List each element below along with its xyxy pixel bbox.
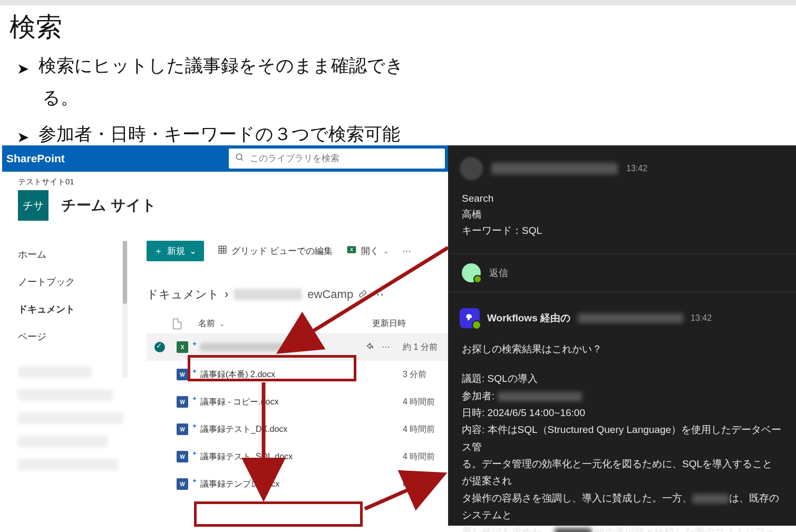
bullet-icon: ➤: [17, 62, 29, 76]
new-indicator-icon: ✦: [192, 478, 197, 484]
column-modified[interactable]: 更新日時: [372, 319, 406, 328]
breadcrumb-root[interactable]: ドキュメント: [147, 287, 219, 302]
file-name: 議事録テスト_DX.docx: [200, 424, 287, 435]
share-icon[interactable]: [366, 342, 374, 352]
svg-rect-2: [219, 246, 226, 253]
file-row[interactable]: X ✦ .xlsx ⋯ 約 1 分前: [147, 333, 448, 361]
new-indicator-icon: ✦: [192, 423, 197, 429]
workflows-name-blurred: [578, 313, 683, 323]
teams-message-header: 13:42: [448, 145, 796, 180]
file-name: 議事録(本番) 2.docx: [200, 369, 275, 380]
msg-line: 高橋: [462, 206, 796, 222]
plus-icon: ＋: [154, 245, 163, 257]
svg-point-0: [236, 154, 242, 160]
nav-pages[interactable]: ページ: [18, 323, 128, 350]
svg-line-1: [241, 159, 243, 161]
toolbar: ＋ 新規 ⌄ グリッド ビューでの編集 X 開く: [147, 241, 448, 261]
file-row[interactable]: W ✦議事録テンプレ.docx 昨日 7:: [147, 470, 448, 498]
word-file-icon: W: [177, 451, 188, 462]
slide-bullets: ➤ 検索にヒットした議事録をそのまま確認でき る。 ➤ 参加者・日時・キーワード…: [17, 50, 404, 151]
new-indicator-icon: ✦: [192, 396, 197, 402]
file-type-column-icon[interactable]: [173, 319, 181, 329]
open-label: 開く: [361, 245, 379, 257]
file-modified: 4 時間前: [403, 424, 435, 435]
topic-label: 議題:: [462, 373, 484, 384]
site-title: チーム サイト: [61, 195, 157, 215]
topic-value: SQLの導入: [488, 373, 538, 384]
avatar: [462, 263, 481, 282]
new-indicator-icon: ✦: [192, 368, 197, 375]
reply-button[interactable]: 返信: [448, 254, 796, 292]
content-label: 内容:: [462, 424, 484, 435]
breadcrumb-blurred: [234, 289, 302, 300]
breadcrumb-end[interactable]: ewCamp: [307, 288, 353, 301]
sharepoint-panel: SharePoint テストサイト01 チサ チーム サイト ホーム ノートブッ…: [2, 145, 448, 526]
teams-message-body: Search 高橋 キーワード：SQL: [448, 180, 796, 239]
sharepoint-topbar: SharePoint: [2, 145, 448, 172]
file-row[interactable]: W ✦議事録(本番) 2.docx 3 分前: [147, 361, 448, 388]
word-file-icon: W: [177, 423, 188, 435]
nav-documents[interactable]: ドキュメント: [18, 295, 128, 323]
message-time: 13:42: [626, 164, 647, 173]
participants-label: 参加者:: [462, 390, 494, 401]
workflows-message-header: Workflows 経由の 13:42: [448, 292, 796, 328]
sidebar-nav: ホーム ノートブック ドキュメント ページ: [2, 241, 128, 498]
msg-line: キーワード：SQL: [462, 223, 796, 239]
workflows-sender: Workflows 経由の: [487, 311, 570, 325]
sharepoint-main: ＋ 新規 ⌄ グリッド ビューでの編集 X 開く: [128, 241, 448, 498]
new-indicator-icon: ✦: [192, 341, 197, 347]
message-time: 13:42: [691, 313, 712, 323]
nav-notebook[interactable]: ノートブック: [18, 268, 128, 295]
file-row[interactable]: W ✦議事録テスト_DX.docx 4 時間前: [147, 416, 448, 443]
participants-blurred: [498, 392, 582, 401]
file-row[interactable]: W ✦議事録テスト_SQL.docx 4 時間前: [147, 443, 448, 470]
content-blurred: [555, 528, 591, 532]
search-icon: [235, 153, 245, 164]
grid-icon: [218, 245, 227, 257]
row-selected-icon[interactable]: [154, 342, 165, 352]
column-name[interactable]: 名前: [198, 318, 215, 329]
bullet-1-line-2: る。: [42, 82, 79, 114]
file-ext: .xlsx: [293, 342, 310, 352]
file-row[interactable]: W ✦議事録 - コピー.docx 4 時間前: [147, 388, 448, 416]
word-file-icon: W: [177, 396, 188, 408]
more-breadcrumb[interactable]: ⋯: [372, 288, 384, 301]
chevron-down-icon[interactable]: ⌄: [219, 320, 225, 328]
search-input[interactable]: [250, 153, 439, 164]
search-box[interactable]: [229, 149, 445, 169]
link-icon[interactable]: [358, 288, 367, 301]
file-name: 議事録 - コピー.docx: [200, 397, 278, 408]
sender-name-blurred: [491, 163, 618, 174]
slide-title: 検索: [9, 9, 62, 45]
excel-file-icon: X: [177, 341, 188, 353]
word-file-icon: W: [177, 478, 188, 490]
content-line: 本件はSQL（Structured Query Language）を使用したデー…: [462, 424, 781, 452]
new-indicator-icon: ✦: [192, 450, 197, 457]
slide-top-strip: [0, 0, 796, 5]
excel-icon: X: [346, 244, 357, 258]
site-path[interactable]: テストサイト01: [18, 177, 448, 187]
chevron-down-icon: ⌄: [383, 248, 389, 255]
new-button[interactable]: ＋ 新規 ⌄: [147, 241, 204, 261]
reply-label: 返信: [489, 267, 508, 279]
nav-home[interactable]: ホーム: [18, 241, 128, 268]
file-modified: 4 時間前: [403, 397, 435, 408]
avatar[interactable]: [460, 157, 483, 180]
new-label: 新規: [167, 245, 185, 257]
file-name-blurred: [200, 343, 290, 351]
file-modified: 昨日 7:: [403, 479, 429, 490]
more-toolbar[interactable]: ⋯: [402, 245, 411, 257]
grid-edit-button[interactable]: グリッド ビューでの編集: [218, 245, 333, 257]
svg-text:X: X: [350, 247, 353, 252]
sidebar-scrollbar[interactable]: [122, 241, 128, 378]
content-blurred: [692, 494, 729, 504]
file-name: 議事録テンプレ.docx: [200, 479, 279, 490]
grid-edit-label: グリッド ビューでの編集: [231, 245, 333, 257]
file-modified: 約 1 分前: [403, 342, 438, 353]
msg-line: Search: [462, 191, 796, 206]
more-icon[interactable]: ⋯: [382, 342, 390, 352]
site-logo[interactable]: チサ: [18, 190, 48, 221]
open-button[interactable]: X 開く ⌄: [346, 244, 389, 258]
breadcrumb: ドキュメント › ewCamp ⋯: [147, 287, 448, 302]
teams-panel: 13:42 Search 高橋 キーワード：SQL 返信 Workflows 経…: [448, 145, 796, 526]
